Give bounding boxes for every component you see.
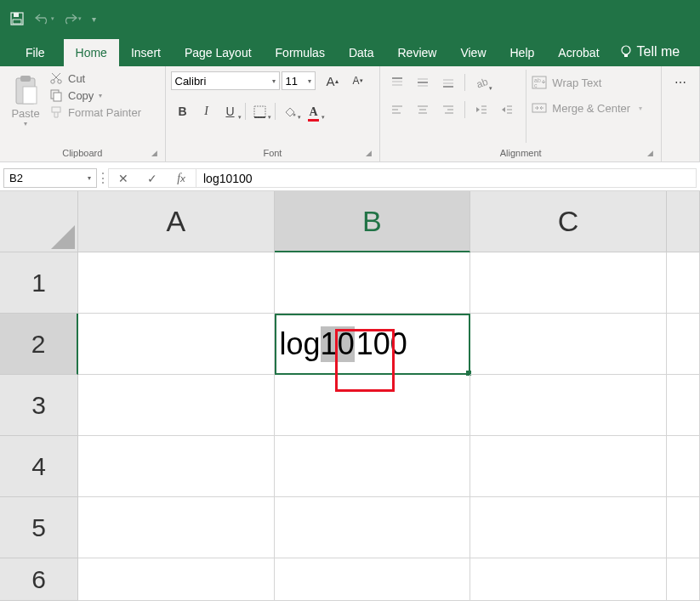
- quick-access-toolbar: ▾ ▾ ▾: [0, 0, 700, 37]
- tab-formulas[interactable]: Formulas: [264, 39, 337, 66]
- cell-text-prefix: log: [280, 326, 321, 362]
- align-middle-icon[interactable]: [411, 71, 435, 93]
- undo-icon[interactable]: ▾: [34, 8, 54, 29]
- cancel-edit-icon[interactable]: ✕: [109, 172, 138, 185]
- decrease-indent-icon[interactable]: [470, 99, 493, 121]
- row-header-3[interactable]: 3: [0, 375, 78, 436]
- cell-c6[interactable]: [470, 558, 667, 601]
- qat-customize-icon[interactable]: ▾: [92, 14, 96, 24]
- increase-font-icon[interactable]: A▴: [321, 70, 344, 92]
- tab-data[interactable]: Data: [337, 39, 386, 66]
- tab-insert[interactable]: Insert: [119, 39, 173, 66]
- svg-rect-44: [532, 104, 546, 112]
- cell-b5[interactable]: [275, 497, 471, 558]
- row-header-6[interactable]: 6: [0, 558, 78, 601]
- cell-c2[interactable]: [470, 314, 667, 375]
- border-button[interactable]: [248, 100, 272, 122]
- ribbon: Paste ▾ Cut Copy ▾ Format Painter C: [0, 66, 700, 162]
- underline-button[interactable]: U: [219, 100, 242, 122]
- tab-acrobat[interactable]: Acrobat: [546, 39, 611, 66]
- cell-a4[interactable]: [78, 436, 275, 497]
- align-center-icon[interactable]: [411, 99, 435, 121]
- insert-function-icon[interactable]: fx: [167, 172, 196, 185]
- format-painter-button[interactable]: Format Painter: [49, 105, 141, 119]
- cell-c5[interactable]: [470, 497, 667, 558]
- cell-a2[interactable]: [78, 314, 275, 375]
- clipboard-launcher-icon[interactable]: ◢: [151, 149, 162, 159]
- cell-d2[interactable]: [667, 314, 700, 375]
- tab-view[interactable]: View: [448, 39, 498, 66]
- cell-b3[interactable]: [275, 375, 471, 436]
- formula-text: log10100: [203, 172, 253, 185]
- formula-input[interactable]: log10100: [196, 168, 697, 188]
- cell-d4[interactable]: [667, 436, 700, 497]
- font-color-button[interactable]: A: [302, 100, 326, 122]
- cell-b4[interactable]: [275, 436, 471, 497]
- row-header-2[interactable]: 2: [0, 314, 78, 375]
- font-name-combo[interactable]: Calibri▾: [171, 71, 280, 90]
- orientation-icon[interactable]: ab: [470, 71, 493, 93]
- tab-home[interactable]: Home: [64, 39, 119, 66]
- svg-rect-13: [254, 106, 265, 117]
- cell-c1[interactable]: [470, 252, 667, 314]
- cell-a1[interactable]: [78, 252, 275, 314]
- cell-a6[interactable]: [78, 558, 275, 601]
- col-header-d[interactable]: [667, 191, 700, 252]
- cell-d3[interactable]: [667, 375, 700, 436]
- merge-center-button[interactable]: Merge & Center ▾: [532, 97, 642, 119]
- name-box[interactable]: B2 ▾: [3, 168, 97, 188]
- cell-b1[interactable]: [275, 252, 471, 314]
- select-all-corner[interactable]: [0, 191, 78, 252]
- copy-button[interactable]: Copy ▾: [49, 88, 141, 102]
- paintbrush-icon: [49, 105, 63, 119]
- align-right-icon[interactable]: [436, 99, 460, 121]
- tab-review[interactable]: Review: [386, 39, 449, 66]
- decrease-font-icon[interactable]: A▾: [346, 70, 370, 92]
- cell-text-selected: 10: [321, 326, 355, 362]
- col-header-c[interactable]: C: [470, 191, 667, 252]
- row-header-4[interactable]: 4: [0, 436, 78, 497]
- col-header-a[interactable]: A: [78, 191, 275, 252]
- worksheet-grid[interactable]: 1 2 3 4 5 6 A B C log10100: [0, 191, 700, 601]
- increase-indent-icon[interactable]: [495, 99, 519, 121]
- col-header-b[interactable]: B: [275, 191, 471, 252]
- align-top-icon[interactable]: [385, 71, 409, 93]
- tab-file[interactable]: File: [14, 39, 57, 66]
- merge-icon: [532, 101, 547, 115]
- paste-button[interactable]: Paste ▾: [5, 70, 46, 143]
- save-icon[interactable]: [7, 8, 27, 29]
- row-header-5[interactable]: 5: [0, 497, 78, 558]
- font-size-combo[interactable]: 11▾: [282, 71, 316, 90]
- scissors-icon: [49, 71, 63, 85]
- cell-b2[interactable]: log10100: [275, 314, 471, 375]
- format-painter-label: Format Painter: [68, 106, 141, 119]
- alignment-launcher-icon[interactable]: ◢: [647, 149, 657, 159]
- tab-page-layout[interactable]: Page Layout: [173, 39, 264, 66]
- svg-rect-6: [20, 76, 31, 82]
- fill-color-button[interactable]: [278, 100, 302, 122]
- cell-d6[interactable]: [667, 558, 700, 601]
- cell-d5[interactable]: [667, 497, 700, 558]
- tab-help[interactable]: Help: [498, 39, 547, 66]
- cell-c3[interactable]: [470, 375, 667, 436]
- align-left-icon[interactable]: [385, 99, 409, 121]
- chevron-down-icon[interactable]: ▾: [88, 174, 91, 182]
- cut-button[interactable]: Cut: [49, 71, 141, 85]
- namebox-resize[interactable]: ⋮: [97, 168, 109, 188]
- cell-b6[interactable]: [275, 558, 471, 601]
- more-icon[interactable]: ⋯: [669, 71, 692, 93]
- cell-d1[interactable]: [667, 252, 700, 314]
- cell-a3[interactable]: [78, 375, 275, 436]
- row-header-1[interactable]: 1: [0, 252, 78, 314]
- align-bottom-icon[interactable]: [436, 71, 460, 93]
- font-launcher-icon[interactable]: ◢: [366, 149, 376, 159]
- tell-me[interactable]: Tell me: [612, 37, 689, 66]
- redo-icon[interactable]: ▾: [61, 8, 82, 29]
- bold-button[interactable]: B: [171, 100, 195, 122]
- svg-rect-11: [54, 93, 61, 101]
- cell-c4[interactable]: [470, 436, 667, 497]
- wrap-text-button[interactable]: abc Wrap Text: [532, 71, 642, 93]
- confirm-edit-icon[interactable]: ✓: [138, 172, 167, 185]
- italic-button[interactable]: I: [195, 100, 219, 122]
- cell-a5[interactable]: [78, 497, 275, 558]
